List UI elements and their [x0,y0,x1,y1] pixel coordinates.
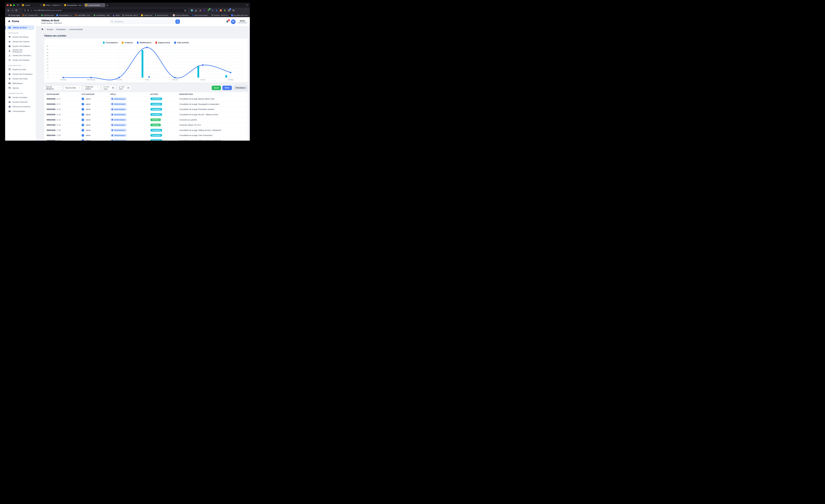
brand[interactable]: Kema [5,19,36,25]
notifications-button[interactable]: 5 [226,20,229,23]
user-block[interactable]: admin Administrateur [238,20,247,23]
new-tab-button[interactable]: + [106,4,108,6]
search-input[interactable] [109,19,174,24]
browser-tab[interactable]: Accueil× [21,3,42,7]
search-button[interactable] [175,19,180,24]
bookmark-item[interactable]: mvondobekey - Tabl... [92,14,112,16]
back-button[interactable] [7,9,10,12]
breadcrumb-item[interactable]: Paramètres [56,28,66,30]
sidebar-item[interactable]: Gestion Inscription [7,95,34,99]
tab-close-icon[interactable]: × [61,4,62,6]
avatar[interactable]: AD [231,19,235,24]
table-row[interactable]: 09/02/2026 - 11:16adminAdministrateurCon… [44,123,248,128]
sidebar-item[interactable]: Gestion Financière [7,100,34,104]
table-row[interactable]: 09/02/2026 - 11:16adminAdministrateurCon… [44,117,248,123]
browser-tab[interactable]: BekeyMarkets – Marketplace E-× [63,3,84,7]
sidebar-item[interactable]: Gestion Des Sanctions [7,53,34,58]
table-row[interactable]: 09/02/2026 - 11:17adminAdministrateurCon… [44,96,248,102]
sidebar-item[interactable]: Gestion Des Matières [7,44,34,48]
table-row[interactable]: 09/02/2026 - 11:17adminAdministrateurCon… [44,102,248,107]
filter-button[interactable]: Filtrer [222,86,232,90]
breadcrumb-item[interactable]: Journal d'activité [69,28,83,30]
table-row[interactable]: 08/02/2026 - 17:03adminAdministrateurCon… [44,138,248,141]
bookmark-item[interactable]: Nous créons votre b... [191,14,210,16]
purple-diamond-icon[interactable] [203,9,206,12]
bookmark-item[interactable]: Proxmox - SPICE Cli... [210,14,230,16]
pink-drop-icon[interactable] [199,9,201,12]
bookmark-item[interactable]: GBuy Office 2021 Pro... [230,14,247,16]
table-row[interactable]: 08/02/2026 - 17:04adminAdministrateurCon… [44,133,248,138]
legend-item[interactable]: Consultations [103,42,118,44]
table-row[interactable]: 08/02/2026 - 17:06adminAdministrateurCon… [44,128,248,133]
sidebar-item-tableau-de-bord[interactable]: Tableau de Bord [7,25,34,30]
tab-close-icon[interactable]: × [103,4,104,6]
sidebar-item[interactable]: Gestion Des Élèves [7,35,34,39]
sidebar-item[interactable]: Bibliothèque [7,81,34,85]
roles-filter-select[interactable]: Tous les rôles [64,85,82,90]
bookmark-item[interactable]: Proxmox Datacente... [172,14,191,16]
sidebar-item[interactable]: Gestion Des Évaluations [7,72,34,76]
tab-close-icon[interactable]: × [40,4,41,6]
minimize-window-button[interactable] [10,4,12,6]
date-to-input[interactable]: jj / mm / aaaa [117,85,131,90]
list-all-tabs-button[interactable] [246,4,248,6]
puzzle-extension-icon[interactable] [195,9,197,12]
bookmark-item[interactable]: Nouvel onglet [7,14,21,16]
bookmark-item[interactable]: Jellyfin [111,14,121,16]
sidebar-item[interactable]: Gestion Des Retards [7,58,34,62]
orange-face-icon[interactable] [219,9,222,12]
close-window-button[interactable] [7,4,9,6]
bookmark-item[interactable]: Dessin sans titre - ... [153,14,172,16]
monitor-extension-icon[interactable]: 21 [228,9,230,12]
legend-item[interactable]: Modifications [137,42,151,44]
url-bar[interactable]: http://127.0.0.1:8000/journal-activite/ [22,8,188,12]
bookmark-item[interactable]: AdGuard Home [40,14,55,16]
date-from-input[interactable]: jj / mm / aaaa [102,85,116,90]
table-row[interactable]: 09/02/2026 - 11:16adminAdministrateurCon… [44,107,248,112]
zoom-window-button[interactable] [13,4,15,6]
bookmark-item[interactable]: Google Keep [140,14,153,16]
browser-tab[interactable]: Journal d'activité× [84,3,105,7]
legend-item[interactable]: Total activités [174,42,189,44]
forward-button[interactable] [11,9,14,12]
tracking-shield-icon[interactable] [24,9,26,11]
legend-item[interactable]: Suppressions [155,42,170,44]
excel-export-button[interactable]: Excel [212,86,221,90]
permissions-icon[interactable] [30,9,32,11]
sidebar-item[interactable]: Gestion Des Notes [7,77,34,81]
sidebar-item[interactable]: Ressources humaines [7,104,34,109]
tab-close-icon[interactable]: × [82,4,83,6]
blue-chevrons-icon[interactable] [215,9,218,12]
table-row[interactable]: 09/02/2026 - 11:16adminAdministrateurCon… [44,112,248,117]
sidebar-item[interactable]: Gestion Des Professeurs [7,49,34,53]
sidebar-item[interactable]: Emploi du temps [7,67,34,72]
breadcrumb-home-icon[interactable] [41,28,44,30]
bookmark-item[interactable]: DSMAkamasoftNass - S... [55,14,74,16]
action-badge: Consultation [150,113,162,116]
page-info-icon[interactable] [27,9,29,11]
time-value: - 11:16 [56,114,61,116]
bookmark-item[interactable]: pve - Proxmox Virtu... [21,14,40,16]
sidebar-item[interactable]: Gestion Des Classes [7,40,34,44]
download-manager-icon[interactable]: 36 [207,9,210,12]
green-arrow-icon[interactable] [224,9,226,12]
account-sphere-icon[interactable] [191,9,193,12]
bookmarks-overflow-chevron[interactable]: » [247,14,248,16]
breadcrumb-item[interactable]: Accueil [47,28,53,30]
legend-item[interactable]: Créations [122,42,133,44]
bookmark-star-icon[interactable] [184,9,186,11]
sidebar-item[interactable]: Agenda [7,86,34,90]
bookmark-item[interactable]: vmi2740868 - Prox... [74,14,92,16]
role-badge: Administrateur [110,124,127,126]
singlefile-icon[interactable] [211,9,214,12]
browser-tab[interactable]: KEMA – Gestion Scolaire Compl× [42,3,63,7]
reset-button[interactable]: Réinitialiser [233,86,248,90]
menu-button[interactable] [232,9,235,12]
bookmark-item[interactable]: Torrent-Site: Sites d... [121,14,140,16]
sidebar-item[interactable]: Communication [7,109,34,114]
users-filter-select[interactable]: Tous les utilisateurs [44,85,62,90]
firefox-view-icon[interactable] [17,4,19,6]
macos-window-controls[interactable] [7,4,15,6]
reload-button[interactable] [15,9,18,12]
actions-filter-select[interactable]: Toutes les actions [84,85,100,90]
